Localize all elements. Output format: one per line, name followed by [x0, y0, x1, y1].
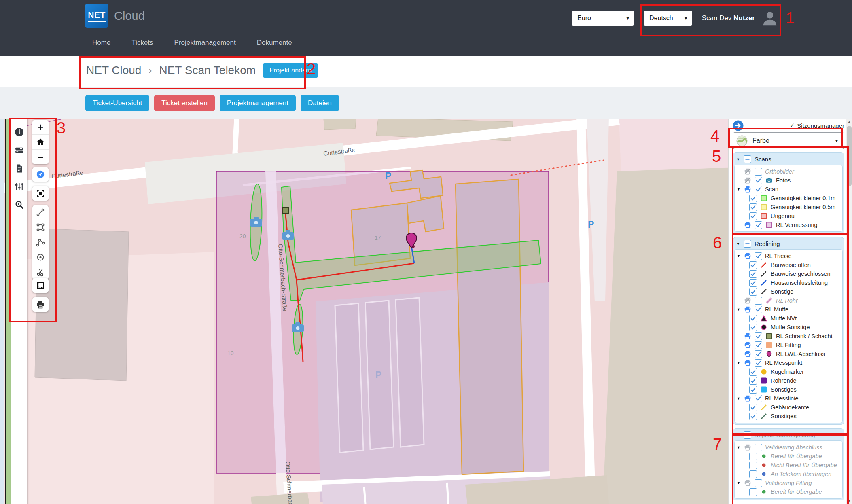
- layer-checkbox[interactable]: [749, 386, 757, 394]
- caret-down-icon[interactable]: ▼: [736, 157, 740, 161]
- nav-item-projektmanagement[interactable]: Projektmanagement: [174, 39, 236, 47]
- caret-down-icon[interactable]: ▼: [736, 445, 741, 449]
- printer-icon[interactable]: [744, 444, 752, 451]
- app-logo[interactable]: NET Cloud: [85, 4, 145, 28]
- language-select[interactable]: Deutsch ▼: [644, 11, 692, 26]
- scroll-down-icon[interactable]: ▼: [846, 498, 852, 504]
- ticket-erstellen-button[interactable]: Ticket erstellen: [154, 95, 215, 111]
- layer-checkbox[interactable]: [755, 341, 762, 349]
- document-icon[interactable]: [15, 164, 24, 173]
- scrollbar-thumb[interactable]: [847, 126, 852, 186]
- measure-circle-button[interactable]: [32, 250, 49, 265]
- printer-icon[interactable]: [744, 186, 752, 193]
- caret-down-icon[interactable]: ▼: [736, 433, 740, 437]
- edit-project-button[interactable]: Projekt ändern: [263, 63, 318, 78]
- printer-icon[interactable]: [744, 221, 752, 229]
- session-manager-toggle[interactable]: ✓ Sitzungsmanager: [790, 122, 844, 129]
- collapse-panel-button[interactable]: [733, 120, 744, 131]
- printer-icon[interactable]: [744, 252, 752, 260]
- layer-checkbox[interactable]: [749, 195, 757, 202]
- avatar[interactable]: [761, 9, 779, 28]
- layer-checkbox[interactable]: [749, 279, 757, 287]
- layer-checkbox[interactable]: [755, 221, 762, 229]
- map-canvas[interactable]: CuriestraßeCuriestraßeOtto-Schmerbach-St…: [0, 119, 852, 504]
- locate-button[interactable]: [32, 167, 49, 182]
- layer-checkbox[interactable]: [749, 203, 757, 211]
- basemap-style-select[interactable]: Farbe ▼: [733, 132, 844, 149]
- ticket-bersicht-button[interactable]: Ticket-Übersicht: [85, 95, 149, 111]
- layer-checkbox[interactable]: [749, 404, 757, 411]
- layer-checkbox[interactable]: [749, 288, 757, 296]
- projektmanagement-button[interactable]: Projektmanagement: [220, 95, 296, 111]
- dateien-button[interactable]: Dateien: [301, 95, 339, 111]
- caret-down-icon[interactable]: ▼: [736, 254, 741, 258]
- printer-icon[interactable]: [744, 306, 752, 313]
- printer-icon[interactable]: [744, 395, 752, 402]
- nav-item-tickets[interactable]: Tickets: [131, 39, 153, 47]
- layer-checkbox[interactable]: [755, 252, 762, 260]
- caret-down-icon[interactable]: ▼: [736, 361, 741, 365]
- printer-icon[interactable]: [744, 350, 752, 358]
- layer-checkbox[interactable]: [755, 177, 762, 184]
- layer-checkbox[interactable]: [749, 470, 757, 478]
- printer-icon[interactable]: [744, 168, 752, 175]
- layer-checkbox[interactable]: [755, 359, 762, 367]
- layer-checkbox[interactable]: [749, 368, 757, 376]
- printer-icon[interactable]: [744, 479, 752, 487]
- layer-checkbox[interactable]: [755, 444, 762, 451]
- caret-down-icon[interactable]: ▼: [736, 242, 740, 246]
- layer-checkbox[interactable]: [755, 350, 762, 358]
- measure-polygon-button[interactable]: [32, 220, 49, 235]
- caret-down-icon[interactable]: ▼: [736, 396, 741, 400]
- layer-checkbox[interactable]: [749, 270, 757, 278]
- caret-down-icon[interactable]: ▼: [736, 307, 741, 311]
- printer-icon[interactable]: [744, 332, 752, 340]
- home-button[interactable]: [32, 135, 49, 150]
- cut-button[interactable]: [32, 265, 49, 280]
- printer-icon[interactable]: [744, 359, 752, 366]
- zoom-in-button[interactable]: +: [32, 120, 49, 135]
- caret-down-icon[interactable]: ▼: [736, 187, 741, 191]
- fullscreen-button[interactable]: [32, 186, 49, 201]
- layer-checkbox[interactable]: [749, 324, 757, 331]
- group-checkbox[interactable]: [744, 431, 751, 439]
- user-menu[interactable]: Scan Dev Nutzer: [702, 9, 779, 28]
- nav-item-home[interactable]: Home: [92, 39, 110, 47]
- layer-checkbox[interactable]: [749, 377, 757, 385]
- layer-checkbox[interactable]: [755, 332, 762, 340]
- layers-list-icon[interactable]: [15, 146, 24, 155]
- print-button[interactable]: [32, 297, 49, 312]
- map-viewport[interactable]: CuriestraßeCuriestraßeOtto-Schmerbach-St…: [0, 119, 852, 504]
- printer-icon[interactable]: [744, 297, 752, 304]
- measure-angle-button[interactable]: [32, 235, 49, 250]
- caret-down-icon[interactable]: ▼: [736, 481, 741, 485]
- layer-checkbox[interactable]: [749, 488, 757, 496]
- layer-checkbox[interactable]: [755, 479, 762, 487]
- printer-icon[interactable]: [744, 341, 752, 349]
- layer-checkbox[interactable]: [755, 186, 762, 193]
- breadcrumb-root[interactable]: NET Cloud: [86, 64, 141, 77]
- currency-select[interactable]: Euro ▼: [572, 11, 634, 26]
- layer-checkbox[interactable]: [749, 462, 757, 469]
- measure-area-button[interactable]: [32, 278, 49, 293]
- layer-checkbox[interactable]: [749, 413, 757, 420]
- layer-checkbox[interactable]: [755, 306, 762, 313]
- panel-scrollbar[interactable]: ▲ ▼: [846, 119, 852, 504]
- layer-checkbox[interactable]: [749, 453, 757, 460]
- scroll-up-icon[interactable]: ▲: [846, 119, 852, 125]
- layer-checkbox[interactable]: [749, 261, 757, 269]
- nav-item-dokumente[interactable]: Dokumente: [257, 39, 292, 47]
- measure-line-button[interactable]: [32, 205, 49, 220]
- layer-checkbox[interactable]: [749, 212, 757, 220]
- layer-checkbox[interactable]: [755, 168, 762, 176]
- rl-schrank-marker[interactable]: [282, 207, 288, 213]
- layer-checkbox[interactable]: [749, 315, 757, 322]
- layer-checkbox[interactable]: [755, 395, 762, 402]
- zoom-out-button[interactable]: −: [32, 150, 49, 164]
- search-location-icon[interactable]: [15, 200, 24, 210]
- info-icon[interactable]: [15, 127, 24, 137]
- layer-checkbox[interactable]: [755, 297, 762, 305]
- filter-sliders-icon[interactable]: [15, 182, 24, 191]
- printer-icon[interactable]: [744, 177, 752, 184]
- group-checkbox[interactable]: [744, 155, 751, 163]
